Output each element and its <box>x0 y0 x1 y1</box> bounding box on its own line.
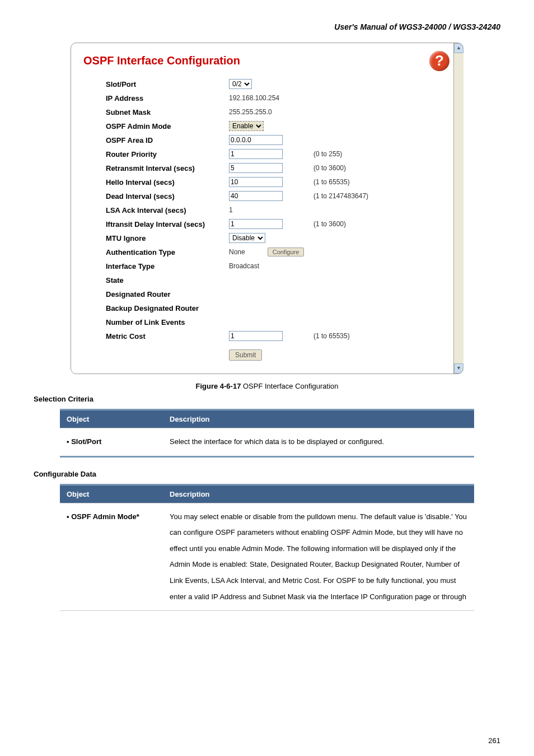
label-state: State <box>106 276 229 284</box>
slot-port-select[interactable]: 0/2 <box>229 79 252 89</box>
th-object: Object <box>60 484 163 503</box>
th-desc: Description <box>163 410 474 428</box>
label-ip-address: IP Address <box>106 94 229 102</box>
help-icon[interactable]: ? <box>429 51 449 71</box>
value-lsa-ack: 1 <box>229 206 233 214</box>
iftransit-input[interactable] <box>229 219 283 229</box>
metric-input[interactable] <box>229 331 283 341</box>
area-id-input[interactable] <box>229 135 283 145</box>
submit-button[interactable]: Submit <box>229 349 262 361</box>
th-desc: Description <box>163 484 474 503</box>
label-lsa-ack: LSA Ack Interval (secs) <box>106 206 229 214</box>
th-object: Object <box>60 410 163 428</box>
scroll-up-icon[interactable]: ▴ <box>454 43 463 53</box>
label-iftransit: Iftransit Delay Interval (secs) <box>106 220 229 228</box>
table-row: OSPF Admin Mode*You may select enable or… <box>60 503 474 611</box>
page-header: User's Manual of WGS3-24000 / WGS3-24240 <box>34 22 500 31</box>
table-configurable: ObjectDescription OSPF Admin Mode*You ma… <box>60 484 474 612</box>
scrollbar[interactable]: ▴▾ <box>453 43 463 374</box>
cell-object: Slot/Port <box>67 437 101 446</box>
figure-caption: Figure 4-6-17 OSPF Interface Configurati… <box>34 382 500 390</box>
dead-input[interactable] <box>229 191 283 201</box>
label-area-id: OSPF Area ID <box>106 136 229 144</box>
label-admin-mode: OSPF Admin Mode <box>106 122 229 130</box>
retransmit-input[interactable] <box>229 163 283 173</box>
label-slot-port: Slot/Port <box>106 80 229 88</box>
value-ip-address: 192.168.100.254 <box>229 94 279 102</box>
table-selection: ObjectDescription Slot/PortSelect the in… <box>60 409 474 458</box>
label-mtu: MTU Ignore <box>106 234 229 242</box>
admin-mode-select[interactable]: Enable <box>229 121 264 131</box>
mtu-select[interactable]: Disable <box>229 233 265 243</box>
section-configurable-data: Configurable Data <box>34 470 500 478</box>
label-dr: Designated Router <box>106 290 229 298</box>
panel-title: OSPF Interface Configuration <box>83 54 451 67</box>
range-dead: (1 to 2147483647) <box>313 192 368 200</box>
label-router-priority: Router Priority <box>106 150 229 158</box>
value-interface-type: Broadcast <box>229 262 259 270</box>
label-dead: Dead Interval (secs) <box>106 192 229 200</box>
range-router-priority: (0 to 255) <box>313 150 342 158</box>
range-metric: (1 to 65535) <box>313 332 350 340</box>
cell-object: OSPF Admin Mode* <box>67 512 139 521</box>
page-number: 261 <box>488 736 500 745</box>
configure-button[interactable]: Configure <box>268 248 305 256</box>
cell-desc: Select the interface for which data is t… <box>163 428 474 457</box>
hello-input[interactable] <box>229 177 283 187</box>
label-nle: Number of Link Events <box>106 318 229 326</box>
screenshot-panel: ▴▾ ? OSPF Interface Configuration Slot/P… <box>71 43 463 374</box>
range-retransmit: (0 to 3600) <box>313 164 346 172</box>
value-subnet-mask: 255.255.255.0 <box>229 108 272 116</box>
range-iftransit: (1 to 3600) <box>313 220 346 228</box>
table-row: Slot/PortSelect the interface for which … <box>60 428 474 457</box>
label-bdr: Backup Designated Router <box>106 304 229 312</box>
label-hello: Hello Interval (secs) <box>106 178 229 186</box>
router-priority-input[interactable] <box>229 149 283 159</box>
cell-desc: You may select enable or disable from th… <box>163 503 474 611</box>
label-metric: Metric Cost <box>106 332 229 340</box>
value-auth: None <box>229 248 245 256</box>
label-auth: Authentication Type <box>106 248 229 256</box>
range-hello: (1 to 65535) <box>313 178 350 186</box>
section-selection-criteria: Selection Criteria <box>34 395 500 403</box>
label-interface-type: Interface Type <box>106 262 229 270</box>
label-retransmit: Retransmit Interval (secs) <box>106 164 229 172</box>
label-subnet-mask: Subnet Mask <box>106 108 229 116</box>
